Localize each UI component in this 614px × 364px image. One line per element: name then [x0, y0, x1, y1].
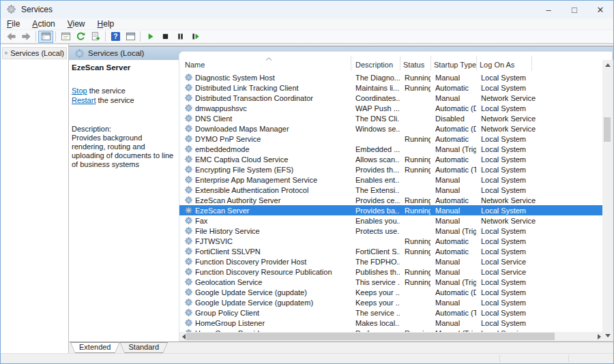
- service-startup-type-cell: Automatic: [430, 135, 476, 143]
- extended-info-panel: EzeScan Server Stop the service Restart …: [72, 63, 176, 342]
- service-status-cell: Running: [400, 84, 430, 92]
- service-row[interactable]: Downloaded Maps Manager Windows se... Au…: [179, 123, 602, 134]
- service-row[interactable]: dmwappushsvc WAP Push ... Automatic (D..…: [179, 103, 602, 113]
- service-row[interactable]: Distributed Link Tracking Client Maintai…: [179, 82, 602, 93]
- scroll-right-icon[interactable]: [598, 334, 601, 339]
- new-window-icon[interactable]: [123, 31, 138, 43]
- service-row[interactable]: DYMO PnP Service Running Automatic Local…: [179, 134, 602, 144]
- pause-service-icon[interactable]: [173, 31, 188, 43]
- tab-extended[interactable]: Extended: [70, 342, 119, 353]
- start-service-icon[interactable]: [143, 31, 158, 43]
- close-button[interactable]: ✕: [587, 1, 613, 18]
- help-icon[interactable]: ?: [108, 31, 123, 43]
- service-name-cell: EMC Captiva Cloud Service: [179, 155, 351, 164]
- column-header-description[interactable]: Description: [355, 61, 393, 69]
- column-divider[interactable]: [351, 56, 351, 71]
- show-console-tree-icon[interactable]: [38, 31, 53, 43]
- export-list-icon[interactable]: [88, 31, 103, 43]
- menu-help[interactable]: Help: [91, 19, 121, 29]
- menu-view[interactable]: View: [61, 19, 91, 29]
- horizontal-scrollbar[interactable]: [179, 332, 604, 341]
- maximize-button[interactable]: □: [561, 1, 587, 18]
- service-row[interactable]: Diagnostic System Host The Diagno... Run…: [179, 72, 602, 82]
- forward-icon[interactable]: [18, 31, 33, 43]
- restart-service-icon[interactable]: [188, 31, 203, 43]
- column-header-log-on-as[interactable]: Log On As: [480, 61, 514, 69]
- column-header-name[interactable]: Name: [185, 61, 205, 69]
- selected-service-name: EzeScan Server: [72, 63, 176, 72]
- service-description-cell: Maintains li...: [351, 84, 400, 92]
- service-row[interactable]: Distributed Transaction Coordinator Coor…: [179, 93, 602, 103]
- service-description-cell: The Extensi...: [351, 186, 400, 194]
- minimize-button[interactable]: –: [536, 1, 561, 18]
- services-gear-icon: [7, 5, 16, 15]
- service-row[interactable]: File History Service Protects use... Man…: [179, 226, 602, 236]
- service-row[interactable]: FJTWSVIC Running Automatic Local System: [179, 236, 602, 246]
- service-name-cell: Google Update Service (gupdate): [179, 288, 351, 297]
- service-startup-type-cell: Manual: [430, 217, 476, 225]
- service-startup-type-cell: Automatic (D...: [430, 288, 476, 297]
- tree-item-services-local[interactable]: Services (Local): [2, 47, 67, 59]
- service-startup-type-cell: Automatic (T...: [430, 166, 476, 174]
- service-name-cell: EzeScan Authority Server: [179, 196, 351, 204]
- vertical-scroll-thumb[interactable]: [604, 117, 611, 142]
- column-divider[interactable]: [476, 56, 477, 71]
- service-row[interactable]: Extensible Authentication Protocol The E…: [179, 185, 602, 195]
- vertical-scrollbar[interactable]: [602, 60, 612, 341]
- properties-icon[interactable]: [58, 31, 73, 43]
- column-divider[interactable]: [430, 56, 431, 71]
- service-status-cell: Running: [400, 278, 430, 286]
- service-row[interactable]: HomeGroup Listener Makes local... Manual…: [179, 318, 602, 328]
- scroll-down-icon[interactable]: [605, 334, 611, 337]
- gear-icon: [185, 104, 192, 112]
- column-header-status[interactable]: Status: [403, 61, 424, 69]
- service-name-cell: Extensible Authentication Protocol: [179, 186, 351, 194]
- service-row[interactable]: Enterprise App Management Service Enable…: [179, 175, 602, 185]
- service-row[interactable]: FortiClient SSLVPN FortiClient S... Runn…: [179, 246, 602, 256]
- service-row[interactable]: Fax Enables you... Manual Network Servic…: [179, 215, 602, 226]
- back-icon[interactable]: [3, 31, 18, 43]
- service-row[interactable]: Geolocation Service This service ... Run…: [179, 277, 602, 287]
- service-description-cell: Embedded ...: [351, 145, 400, 153]
- service-log-on-as-cell: Local System: [476, 227, 544, 235]
- menu-file[interactable]: File: [1, 19, 26, 29]
- service-row[interactable]: EzeScan Authority Server Provides ce... …: [179, 195, 602, 205]
- scroll-left-icon[interactable]: [182, 334, 186, 339]
- column-divider[interactable]: [400, 56, 400, 71]
- horizontal-scroll-thumb[interactable]: [186, 333, 555, 340]
- stop-service-link[interactable]: Stop: [72, 87, 87, 95]
- services-window: Services – □ ✕ File Action View Help: [0, 0, 614, 364]
- restart-service-link[interactable]: Restart: [72, 96, 96, 104]
- stop-service-icon[interactable]: [158, 31, 173, 43]
- service-description-cell: Protects use...: [351, 227, 400, 235]
- service-name-cell: DNS Client: [179, 115, 351, 123]
- service-status-cell: Running: [400, 268, 430, 276]
- refresh-icon[interactable]: [73, 31, 88, 43]
- service-row[interactable]: Google Update Service (gupdatem) Keeps y…: [179, 297, 602, 307]
- service-description-cell: Keeps your ...: [351, 288, 400, 297]
- gear-icon: [185, 258, 192, 265]
- gear-icon: [185, 125, 192, 132]
- service-row[interactable]: Group Policy Client The service ... Auto…: [179, 307, 602, 318]
- service-description-cell: Provides ba...: [351, 207, 400, 215]
- console-tree-panel: Services (Local): [1, 44, 69, 353]
- service-row[interactable]: Google Update Service (gupdate) Keeps yo…: [179, 287, 602, 297]
- column-header-startup-type[interactable]: Startup Type: [434, 61, 476, 69]
- service-log-on-as-cell: Local System: [476, 145, 544, 153]
- service-log-on-as-cell: Local System: [476, 74, 544, 82]
- service-row[interactable]: Function Discovery Resource Publication …: [179, 267, 602, 277]
- column-divider[interactable]: [531, 56, 532, 71]
- service-row[interactable]: Function Discovery Provider Host The FDP…: [179, 256, 602, 267]
- service-row[interactable]: DNS Client The DNS Cli... Disabled Netwo…: [179, 113, 602, 123]
- service-row[interactable]: Encrypting File System (EFS) Provides th…: [179, 164, 602, 175]
- service-description-cell: Windows se...: [351, 125, 400, 133]
- toolbar-separator: [55, 31, 56, 42]
- tab-standard-label: Standard: [128, 343, 159, 351]
- service-row[interactable]: embeddedmode Embedded ... Manual (Trig..…: [179, 144, 602, 154]
- service-row[interactable]: EMC Captiva Cloud Service Allows scan...…: [179, 154, 602, 164]
- tab-standard[interactable]: Standard: [119, 342, 168, 353]
- menu-action[interactable]: Action: [26, 19, 61, 29]
- service-name-cell: FJTWSVIC: [179, 237, 351, 245]
- service-row[interactable]: EzeScan Server Provides ba... Running Ma…: [179, 205, 602, 215]
- scroll-up-icon[interactable]: [605, 63, 611, 67]
